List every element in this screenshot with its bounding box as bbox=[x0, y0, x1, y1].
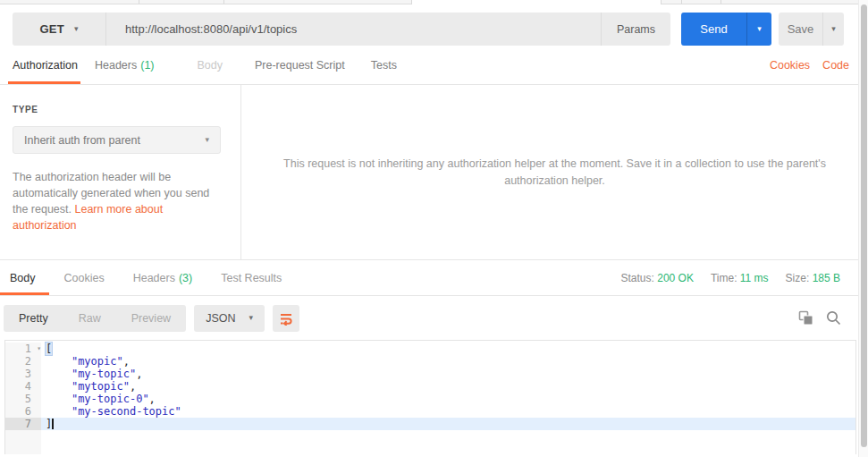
status-value: 200 OK bbox=[657, 272, 694, 284]
line-number: 6 bbox=[25, 405, 31, 418]
request-editor-tabs: Authorization Headers (1) Body Pre-reque… bbox=[0, 46, 868, 85]
indent bbox=[46, 380, 72, 393]
time-label: Time: bbox=[711, 272, 737, 284]
auth-type-select[interactable]: Inherit auth from parent ▾ bbox=[13, 126, 221, 154]
tab-tests[interactable]: Tests bbox=[371, 46, 397, 84]
code-text: "my-second-topic" bbox=[41, 405, 855, 418]
tab-label: Test Results bbox=[221, 272, 282, 284]
code-text: ] bbox=[41, 418, 855, 430]
response-tab-headers[interactable]: Headers (3) bbox=[133, 260, 193, 295]
comma: , bbox=[149, 393, 156, 405]
params-button[interactable]: Params bbox=[601, 13, 670, 46]
view-mode-switch: Pretty Raw Preview bbox=[4, 305, 186, 332]
tab-label: Tests bbox=[371, 59, 397, 72]
url-input[interactable] bbox=[106, 13, 601, 46]
code-text: "myopic", bbox=[41, 355, 855, 368]
tabstrip-active-tab[interactable] bbox=[411, 0, 662, 4]
editor-empty-area bbox=[5, 430, 855, 454]
comma: , bbox=[130, 380, 136, 393]
time-badge: Time: 11 ms bbox=[711, 272, 769, 284]
scrollbar-thumb[interactable] bbox=[861, 4, 867, 447]
auth-inherit-message: This request is not inheriting any autho… bbox=[282, 156, 828, 190]
tab-pre-request-script[interactable]: Pre-request Script bbox=[255, 46, 345, 84]
wrap-lines-button[interactable] bbox=[273, 305, 299, 332]
send-label: Send bbox=[681, 13, 746, 46]
code-line: 5 "my-topic-0", bbox=[5, 393, 855, 405]
line-gutter[interactable]: 2 bbox=[5, 355, 41, 368]
tab-label: Headers bbox=[133, 272, 175, 284]
response-tab-test-results[interactable]: Test Results bbox=[221, 260, 282, 295]
send-button[interactable]: Send ▾ bbox=[681, 13, 771, 46]
auth-type-column: TYPE Inherit auth from parent ▾ The auth… bbox=[0, 85, 241, 259]
request-bar: GET ▾ Params Send ▾ Save ▾ bbox=[0, 4, 868, 46]
response-format-select[interactable]: JSON ▾ bbox=[194, 305, 265, 332]
copy-icon bbox=[798, 310, 813, 326]
view-preview-button[interactable]: Preview bbox=[116, 305, 186, 332]
indent bbox=[46, 393, 72, 405]
save-label: Save bbox=[779, 13, 822, 46]
copy-response-button[interactable] bbox=[797, 310, 813, 326]
headers-count-badge: (1) bbox=[140, 59, 154, 72]
line-gutter[interactable]: 4 bbox=[5, 380, 41, 393]
auth-type-value: Inherit auth from parent bbox=[24, 134, 140, 147]
code-text: "mytopic", bbox=[41, 380, 855, 393]
tab-body[interactable]: Body bbox=[198, 46, 223, 84]
json-string: "mytopic" bbox=[72, 380, 130, 393]
tab-label: Body bbox=[10, 272, 36, 284]
chevron-down-icon: ▾ bbox=[74, 25, 79, 33]
response-toolbar: Pretty Raw Preview JSON ▾ bbox=[0, 296, 868, 340]
indent bbox=[46, 355, 72, 368]
headers-count-badge: (3) bbox=[179, 272, 192, 284]
json-string: "myopic" bbox=[72, 355, 123, 368]
response-tabs: Body Cookies Headers (3) Test Results St… bbox=[0, 260, 868, 296]
code-link[interactable]: Code bbox=[822, 59, 849, 72]
response-tab-body[interactable]: Body bbox=[10, 260, 36, 295]
response-status-group: Status: 200 OK Time: 11 ms Size: 185 B bbox=[621, 260, 841, 295]
save-button[interactable]: Save ▾ bbox=[779, 13, 844, 46]
code-line: 3 "my-topic", bbox=[5, 368, 855, 380]
tab-authorization[interactable]: Authorization bbox=[13, 46, 78, 84]
request-tabstrip bbox=[0, 0, 868, 4]
params-label: Params bbox=[617, 23, 655, 36]
chevron-down-icon: ▾ bbox=[757, 25, 762, 33]
code-line: 4 "mytopic", bbox=[5, 380, 855, 393]
auth-description: The authorization header will be automat… bbox=[13, 169, 222, 233]
request-links: Cookies Code bbox=[770, 46, 849, 84]
line-number: 7 bbox=[25, 418, 31, 430]
window-scrollbar[interactable] bbox=[858, 0, 868, 457]
size-value: 185 B bbox=[813, 272, 840, 284]
method-label: GET bbox=[39, 22, 64, 36]
indent bbox=[46, 405, 72, 418]
send-options-button[interactable]: ▾ bbox=[746, 13, 771, 46]
view-pretty-button[interactable]: Pretty bbox=[4, 305, 63, 332]
comma: , bbox=[136, 368, 142, 380]
line-gutter[interactable]: 7 bbox=[5, 418, 41, 430]
fold-arrow-icon[interactable]: ▾ bbox=[37, 343, 41, 355]
method-dropdown[interactable]: GET ▾ bbox=[13, 13, 106, 46]
response-body-editor[interactable]: 1 ▾ [ 2 "myopic", 3 "my-topic", 4 "mytop… bbox=[4, 340, 856, 454]
code-text: [ bbox=[41, 343, 855, 355]
size-label: Size: bbox=[786, 272, 810, 284]
line-gutter[interactable]: 6 bbox=[5, 405, 41, 418]
json-string: "my-topic-0" bbox=[72, 393, 149, 405]
line-gutter[interactable]: 3 bbox=[5, 368, 41, 380]
line-gutter[interactable]: 1 ▾ bbox=[5, 343, 41, 355]
code-line: 1 ▾ [ bbox=[5, 343, 855, 355]
json-string: "my-topic" bbox=[72, 368, 136, 380]
line-number: 4 bbox=[25, 380, 31, 393]
indent bbox=[46, 368, 72, 380]
authorization-panel: TYPE Inherit auth from parent ▾ The auth… bbox=[0, 85, 868, 260]
save-options-button[interactable]: ▾ bbox=[822, 13, 844, 46]
status-badge: Status: 200 OK bbox=[621, 272, 694, 284]
line-gutter[interactable]: 5 bbox=[5, 393, 41, 405]
size-badge: Size: 185 B bbox=[786, 272, 840, 284]
wrap-lines-icon bbox=[279, 311, 293, 326]
search-response-button[interactable] bbox=[825, 310, 841, 326]
time-value: 11 ms bbox=[740, 272, 769, 284]
tab-headers[interactable]: Headers (1) bbox=[95, 46, 155, 84]
view-raw-button[interactable]: Raw bbox=[63, 305, 116, 332]
response-tab-cookies[interactable]: Cookies bbox=[64, 260, 105, 295]
code-filler bbox=[41, 430, 855, 454]
tab-label: Pre-request Script bbox=[255, 59, 345, 72]
cookies-link[interactable]: Cookies bbox=[770, 59, 810, 72]
